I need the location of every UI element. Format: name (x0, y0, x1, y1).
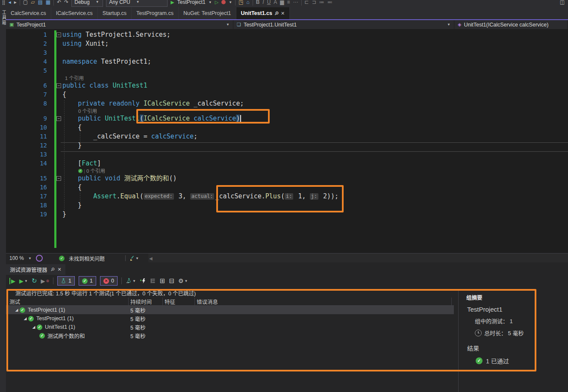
close-icon[interactable]: ✕ (281, 11, 285, 16)
text-color-icon[interactable]: A (274, 0, 277, 5)
col-duration[interactable]: 持续时间 (130, 298, 152, 306)
profiler-icon[interactable] (221, 0, 226, 4)
run-all-tests-icon[interactable]: ▶ (9, 278, 15, 284)
tree-expander-icon[interactable]: ◢ (14, 308, 20, 312)
expand-all-icon[interactable]: ⊞ (160, 277, 165, 285)
pin-icon[interactable]: ⚲ (274, 10, 280, 17)
breadcrumb-member[interactable]: ◈ UnitTest1(ICalcService calcService) (454, 20, 568, 29)
horizontal-scrollbar[interactable]: ◀ (148, 253, 568, 263)
italic-icon[interactable]: I (262, 0, 264, 5)
code-line[interactable]: 12 } (6, 141, 568, 150)
save-all-icon[interactable]: ▦ (46, 0, 50, 5)
nav-forward-icon[interactable]: ▸ (14, 0, 17, 5)
code-line[interactable]: 7{ (6, 90, 568, 99)
platform-select[interactable]: Any CPU▼ (106, 0, 168, 7)
cancel-run-icon[interactable]: ▶⊗ (41, 278, 50, 284)
align-icon[interactable]: ≡ (287, 0, 290, 5)
code-line[interactable]: 10 { (6, 123, 568, 132)
profiler-caret-icon[interactable]: ▼ (229, 0, 232, 4)
list-icon[interactable]: ⋯ (293, 0, 298, 5)
codelens-references[interactable]: 0 个引用 (78, 109, 97, 114)
code-line[interactable]: 5 (6, 66, 568, 75)
code-line[interactable]: 1−using TestProject1.Services; (6, 30, 568, 39)
tab-testprogram-cs[interactable]: TestProgram.cs (132, 7, 179, 19)
bold-icon[interactable]: B (256, 0, 260, 5)
repeat-last-run-icon[interactable]: ↻ (32, 277, 37, 285)
breadcrumb-type[interactable]: ❏ TestProject1.UnitTest1 ▼ (233, 20, 454, 29)
code-line[interactable]: 14 [Fact] (6, 159, 568, 168)
code-cleanup-broom-icon[interactable] (129, 255, 135, 262)
run-failed-tests-icon[interactable] (140, 278, 146, 284)
code-line[interactable]: 9− public UnitTest1(ICalcService calcSer… (6, 114, 568, 123)
redo-icon[interactable]: ↷ (64, 0, 68, 5)
code-editor[interactable]: 1−using TestProject1.Services;2using Xun… (6, 29, 568, 253)
filter-total-tests[interactable]: 1 (57, 276, 75, 286)
indent-icon[interactable]: ⊏ (305, 0, 309, 5)
pin-icon[interactable]: ⚲ (49, 266, 56, 273)
tree-expander-icon[interactable]: ◢ (22, 316, 28, 321)
start-debug-caret-icon[interactable]: ▼ (209, 0, 212, 4)
numbered-list-icon[interactable]: ≔ (319, 0, 324, 5)
save-icon[interactable]: ▤ (38, 0, 42, 5)
filter-passed-tests[interactable]: ✓ 1 (79, 276, 96, 286)
copilot-icon[interactable] (36, 255, 43, 262)
settings-gear-icon[interactable]: ⚙▼ (178, 277, 188, 284)
health-status[interactable]: 未找到相关问题 (69, 255, 105, 262)
filter-failed-tests[interactable]: ✕ 0 (100, 276, 118, 286)
run-tests-icon[interactable]: ▶▼ (19, 278, 28, 284)
code-line[interactable]: 18 } (6, 201, 568, 210)
cleanup-caret-icon[interactable]: ▼ (135, 256, 139, 260)
test-explorer-tab[interactable]: 测试资源管理器 ⚲ ✕ (6, 264, 65, 275)
new-file-icon[interactable]: ▢ (23, 0, 28, 5)
test-row[interactable]: ✓测试两个数的和5 毫秒 (6, 331, 454, 340)
code-line[interactable]: 15− public void 测试两个数的和() (6, 174, 568, 183)
code-line[interactable]: 3 (6, 48, 568, 57)
start-debug-icon[interactable]: ▶ (171, 0, 174, 5)
fold-collapse-icon[interactable]: − (56, 32, 61, 37)
codelens-line[interactable]: 0 个引用 (6, 108, 568, 114)
code-line[interactable]: 8 private readonly ICalcService _calcSer… (6, 99, 568, 108)
playlist-icon[interactable]: ▼ (126, 278, 136, 284)
col-traits[interactable]: 特征 (165, 298, 175, 306)
collapse-all-icon[interactable]: ⊟ (169, 277, 174, 285)
codelens-references[interactable]: 1 个引用 (65, 76, 84, 81)
code-line[interactable]: 19} (6, 210, 568, 219)
test-row[interactable]: ◢✓TestProject1 (1)5 毫秒 (6, 306, 454, 314)
tab-unittest1-cs[interactable]: UnitTest1.cs⚲✕ (236, 7, 290, 19)
code-line[interactable]: 4namespace TestProject1; (6, 57, 568, 66)
code-line[interactable]: 17 Assert.Equal(expected: 3, actual:_cal… (6, 192, 568, 201)
scroll-left-icon[interactable]: ◀ (149, 256, 153, 261)
breadcrumb-project[interactable]: ▣ TestProject1 ▼ (6, 20, 233, 29)
col-test[interactable]: 测试 (9, 298, 20, 306)
undo-icon[interactable]: ↶ (57, 0, 61, 5)
tab-icalcservice-cs[interactable]: ICalcService.cs (51, 7, 98, 19)
find-in-files-icon[interactable]: ◳ (238, 0, 243, 5)
tab-startup-cs[interactable]: Startup.cs (98, 7, 132, 19)
start-nodebug-icon[interactable]: ▷ (215, 0, 218, 5)
fold-collapse-icon[interactable]: − (56, 83, 61, 88)
tree-expander-icon[interactable]: ◢ (31, 325, 37, 329)
home-icon[interactable]: ⌂ (246, 0, 249, 5)
tab-nuget-testproject1[interactable]: NuGet: TestProject1 (179, 7, 236, 19)
zoom-level[interactable]: 100 % (9, 255, 24, 261)
start-debug-label[interactable]: TestProject1 (177, 0, 206, 5)
code-line[interactable]: 11 _calcService = calcService; (6, 132, 568, 141)
codelens-line[interactable]: ✓|0 个引用 (6, 168, 568, 174)
fold-collapse-icon[interactable]: − (56, 176, 61, 181)
highlight-icon[interactable]: ▆ (280, 0, 284, 5)
open-folder-icon[interactable]: ▱ (31, 0, 35, 5)
col-error[interactable]: 错误消息 (197, 298, 218, 306)
code-line[interactable]: 6−public class UnitTest1 (6, 81, 568, 90)
close-icon[interactable]: ✕ (58, 267, 62, 272)
test-row[interactable]: ◢✓TestProject1 (1)5 毫秒 (6, 314, 454, 323)
test-row[interactable]: ◢✓UnitTest1 (1)5 毫秒 (6, 323, 454, 331)
outdent-icon[interactable]: ⊐ (312, 0, 316, 5)
code-line[interactable]: 2using Xunit; (6, 39, 568, 48)
zoom-caret-icon[interactable]: ▼ (28, 256, 32, 260)
codelens-references[interactable]: 0 个引用 (86, 168, 105, 174)
debug-config-select[interactable]: Debug▼ (71, 0, 103, 7)
codelens-line[interactable]: 1 个引用 (6, 75, 568, 81)
code-line[interactable]: 16 { (6, 183, 568, 192)
group-by-icon[interactable] (150, 278, 156, 284)
underline-icon[interactable]: U (267, 0, 271, 5)
